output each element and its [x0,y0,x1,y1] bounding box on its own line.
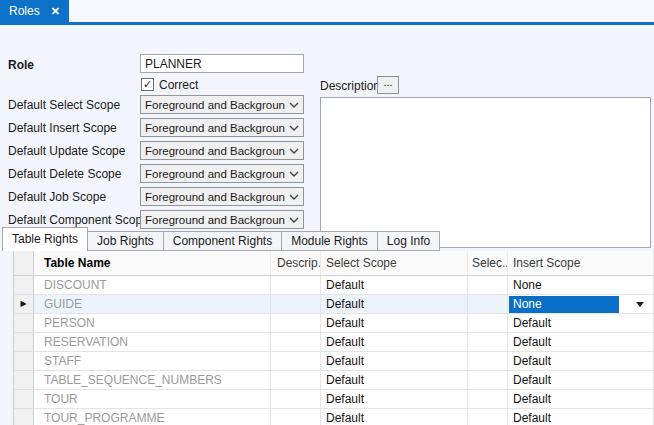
table-row: TABLE_SEQUENCE_NUMBERS Default Default [14,371,654,390]
grid-header-row: Table Name Descrip... Select Scope Selec… [14,251,654,276]
default-job-scope-label: Default Job Scope [8,190,106,204]
cell-select-scope[interactable]: Default [321,314,468,333]
row-selector-cell[interactable] [14,352,34,371]
table-row: TOUR_PROGRAMME Default Default [14,409,654,425]
chevron-down-icon [289,171,299,177]
tab-component-rights[interactable]: Component Rights [163,231,282,251]
document-tabstrip: Roles ✕ [0,0,654,22]
cell-description[interactable] [271,390,321,409]
table-row: STAFF Default Default [14,352,654,371]
cell-select-2[interactable] [468,314,508,333]
cell-table-name[interactable]: STAFF [34,352,271,371]
cell-insert-scope[interactable]: None [508,276,654,295]
row-selector-cell[interactable] [14,276,34,295]
column-header-description[interactable]: Descrip... [271,251,321,275]
row-selector-cell[interactable] [14,409,34,425]
row-selector-cell[interactable] [14,314,34,333]
chevron-down-icon [289,217,299,223]
correct-checkbox[interactable]: ✓ [141,78,154,91]
default-job-scope-combobox[interactable]: Foreground and Background [140,187,304,206]
default-update-scope-combobox[interactable]: Foreground and Background [140,141,304,160]
cell-select-scope[interactable]: Default [321,333,468,352]
cell-table-name[interactable]: TOUR [34,390,271,409]
cell-description[interactable] [271,371,321,390]
cell-select-2[interactable] [468,390,508,409]
tab-roles[interactable]: Roles ✕ [0,0,69,22]
default-delete-scope-label: Default Delete Scope [8,167,121,181]
cell-insert-scope[interactable]: Default [508,371,654,390]
cell-table-name[interactable]: TOUR_PROGRAMME [34,409,271,425]
cell-select-scope[interactable]: Default [321,352,468,371]
chevron-down-icon [289,148,299,154]
cell-select-2[interactable] [468,409,508,425]
grid-select-all-cell[interactable] [14,251,34,275]
default-delete-scope-combobox[interactable]: Foreground and Background [140,164,304,183]
cell-description[interactable] [271,352,321,371]
tab-table-rights[interactable]: Table Rights [2,227,88,251]
table-row: DISCOUNT Default None [14,276,654,295]
cell-select-scope[interactable]: Default [321,276,468,295]
cell-description[interactable] [271,333,321,352]
column-header-table-name[interactable]: Table Name [34,251,271,275]
cell-description[interactable] [271,314,321,333]
cell-select-2[interactable] [468,371,508,390]
column-header-select-scope[interactable]: Select Scope [321,251,468,275]
current-row-marker-icon: ▶ [20,300,26,308]
cell-description[interactable] [271,409,321,425]
cell-select-scope[interactable]: Default [321,409,468,425]
default-update-scope-label: Default Update Scope [8,144,125,158]
cell-table-name[interactable]: DISCOUNT [34,276,271,295]
default-insert-scope-combobox[interactable]: Foreground and Background [140,118,304,137]
cell-insert-scope[interactable]: Default [508,314,654,333]
chevron-down-icon [289,102,299,108]
cell-insert-scope[interactable]: Default [508,390,654,409]
table-row: RESERVATION Default Default [14,333,654,352]
close-icon[interactable]: ✕ [51,6,60,17]
default-insert-scope-label: Default Insert Scope [8,121,117,135]
table-row: PERSON Default Default [14,314,654,333]
cell-insert-scope-editor[interactable]: None [508,295,654,314]
column-header-insert-scope[interactable]: Insert Scope [508,251,654,275]
default-select-scope-combobox[interactable]: Foreground and Background [140,95,304,114]
cell-description[interactable] [271,295,321,314]
cell-select-scope[interactable]: Default [321,390,468,409]
column-header-select-scope-2[interactable]: Selec... [468,251,508,275]
chevron-down-icon [289,125,299,131]
table-row: TOUR Default Default [14,390,654,409]
cell-select-scope[interactable]: Default [321,371,468,390]
row-selector-cell[interactable] [14,333,34,352]
cell-select-2[interactable] [468,333,508,352]
cell-select-2[interactable] [468,295,508,314]
dropdown-arrow-icon[interactable] [636,302,644,307]
role-label: Role [8,58,34,72]
rights-tabstrip: Table Rights Job Rights Component Rights… [2,227,440,251]
description-textarea[interactable] [320,97,651,248]
cell-description[interactable] [271,276,321,295]
tab-log-info[interactable]: Log Info [377,231,440,251]
row-selector-cell[interactable]: ▶ [14,295,34,314]
role-input[interactable] [140,54,304,73]
row-selector-cell[interactable] [14,371,34,390]
check-icon: ✓ [143,79,152,90]
default-select-scope-label: Default Select Scope [8,98,120,112]
table-row-selected: ▶ GUIDE Default None [14,295,654,314]
cell-insert-scope[interactable]: Default [508,409,654,425]
default-component-scope-label: Default Component Scope [8,213,149,227]
cell-select-2[interactable] [468,352,508,371]
cell-select-scope[interactable]: Default [321,295,468,314]
editor-selected-value: None [509,296,619,313]
cell-insert-scope[interactable]: Default [508,352,654,371]
cell-table-name[interactable]: RESERVATION [34,333,271,352]
cell-select-2[interactable] [468,276,508,295]
ellipsis-icon: ... [383,77,392,88]
row-selector-cell[interactable] [14,390,34,409]
table-rights-grid: Table Name Descrip... Select Scope Selec… [13,251,654,425]
description-browse-button[interactable]: ... [377,76,399,94]
cell-table-name[interactable]: GUIDE [34,295,271,314]
cell-table-name[interactable]: TABLE_SEQUENCE_NUMBERS [34,371,271,390]
tab-job-rights[interactable]: Job Rights [87,231,164,251]
cell-insert-scope[interactable]: Default [508,333,654,352]
tab-roles-label: Roles [9,4,40,18]
tab-module-rights[interactable]: Module Rights [281,231,378,251]
cell-table-name[interactable]: PERSON [34,314,271,333]
